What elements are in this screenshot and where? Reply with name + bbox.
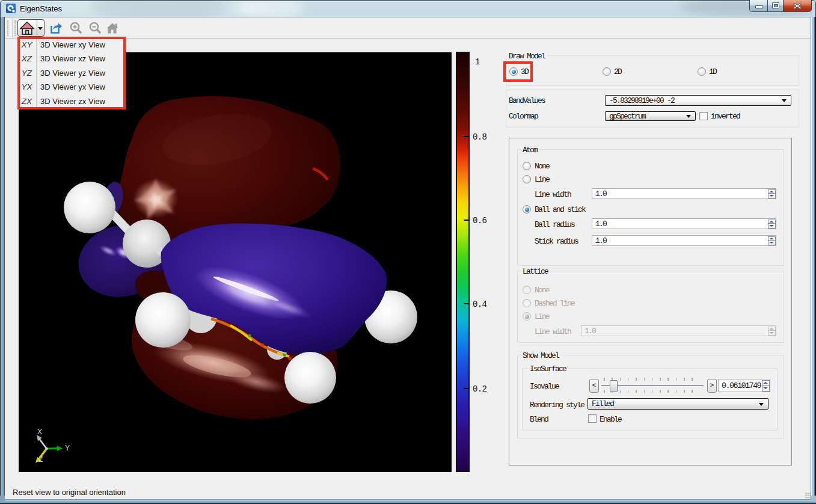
svg-text:Z: Z [38,455,43,464]
svg-text:X: X [37,428,42,436]
svg-text:Y: Y [65,444,70,452]
